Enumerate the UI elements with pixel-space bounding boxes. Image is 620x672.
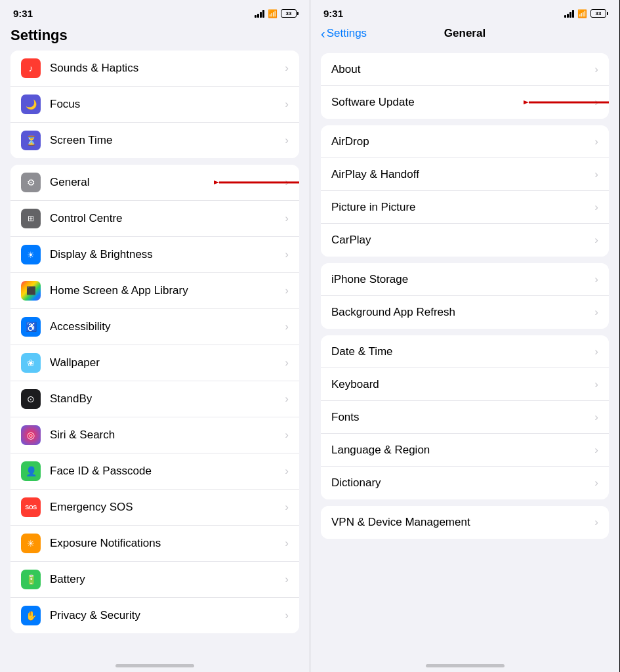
homescreen-row[interactable]: ⬛ Home Screen & App Library ›: [10, 273, 299, 309]
fonts-chevron: ›: [594, 411, 598, 424]
airdrop-row[interactable]: AirDrop ›: [321, 125, 609, 158]
focus-chevron: ›: [285, 98, 289, 111]
sos-icon: SOS: [21, 497, 41, 517]
battery-chevron: ›: [285, 573, 289, 586]
left-time: 9:31: [13, 8, 33, 19]
left-section-top: ♪ Sounds & Haptics › 🌙 Focus › ⏳ Screen …: [10, 51, 299, 158]
airplay-row[interactable]: AirPlay & Handoff ›: [321, 158, 609, 191]
datetime-label: Date & Time: [331, 345, 594, 358]
back-button[interactable]: ‹ Settings: [321, 27, 367, 40]
standby-row[interactable]: ⊙ StandBy ›: [10, 381, 299, 417]
software-update-row[interactable]: Software Update ›: [321, 86, 609, 119]
right-time: 9:31: [323, 8, 343, 19]
pip-chevron: ›: [594, 201, 598, 214]
control-label: Control Centre: [50, 212, 285, 225]
privacy-chevron: ›: [285, 609, 289, 622]
sounds-label: Sounds & Haptics: [50, 62, 285, 75]
iphone-storage-label: iPhone Storage: [331, 273, 594, 286]
airplay-chevron: ›: [594, 168, 598, 181]
general-nav-header: ‹ Settings General: [310, 23, 619, 47]
right-home-indicator: [310, 659, 619, 672]
iphone-storage-chevron: ›: [594, 273, 598, 286]
homescreen-chevron: ›: [285, 284, 289, 297]
general-row[interactable]: ⚙ General ›: [10, 165, 299, 201]
left-scroll-area[interactable]: ♪ Sounds & Haptics › 🌙 Focus › ⏳ Screen …: [0, 51, 310, 659]
left-home-indicator: [0, 659, 310, 672]
general-icon: ⚙: [21, 173, 41, 192]
right-scroll-area[interactable]: About › Software Update ›: [310, 47, 619, 659]
fonts-row[interactable]: Fonts ›: [321, 401, 609, 434]
screentime-row[interactable]: ⏳ Screen Time ›: [10, 123, 299, 158]
dictionary-row[interactable]: Dictionary ›: [321, 467, 609, 499]
display-chevron: ›: [285, 248, 289, 261]
accessibility-chevron: ›: [285, 320, 289, 333]
exposure-row[interactable]: ✳ Exposure Notifications ›: [10, 526, 299, 562]
right-battery-icon: 33: [590, 9, 606, 18]
dictionary-chevron: ›: [594, 476, 598, 490]
siri-row[interactable]: ◎ Siri & Search ›: [10, 417, 299, 453]
background-refresh-chevron: ›: [594, 306, 598, 319]
sounds-icon: ♪: [21, 58, 41, 78]
airdrop-chevron: ›: [594, 135, 598, 148]
background-refresh-label: Background App Refresh: [331, 306, 594, 319]
privacy-row[interactable]: ✋ Privacy & Security ›: [10, 598, 299, 633]
keyboard-row[interactable]: Keyboard ›: [321, 368, 609, 401]
sos-row[interactable]: SOS Emergency SOS ›: [10, 490, 299, 526]
general-label: General: [50, 176, 285, 189]
battery-row[interactable]: 🔋 Battery ›: [10, 562, 299, 598]
general-chevron: ›: [285, 176, 289, 189]
accessibility-icon: ♿: [21, 317, 41, 337]
right-section-2: AirDrop › AirPlay & Handoff › Picture in…: [321, 125, 609, 257]
language-row[interactable]: Language & Region ›: [321, 434, 609, 467]
back-chevron-icon: ‹: [321, 27, 325, 40]
screentime-icon: ⏳: [21, 131, 41, 150]
wallpaper-label: Wallpaper: [50, 356, 285, 369]
general-title: General: [444, 27, 486, 40]
control-icon: ⊞: [21, 209, 41, 228]
settings-header: Settings: [0, 23, 310, 51]
left-phone-panel: 9:31 📶 33 Settings ♪ Sounds & Haptics ›: [0, 0, 310, 672]
accessibility-row[interactable]: ♿ Accessibility ›: [10, 309, 299, 345]
standby-chevron: ›: [285, 392, 289, 406]
faceid-label: Face ID & Passcode: [50, 465, 285, 478]
faceid-icon: 👤: [21, 461, 41, 481]
vpn-chevron: ›: [594, 516, 598, 529]
faceid-row[interactable]: 👤 Face ID & Passcode ›: [10, 453, 299, 490]
sounds-chevron: ›: [285, 62, 289, 75]
sos-chevron: ›: [285, 501, 289, 514]
display-label: Display & Brightness: [50, 248, 285, 261]
about-row[interactable]: About ›: [321, 53, 609, 86]
software-update-chevron: ›: [594, 96, 598, 109]
left-section-2: ⚙ General › ⊞ Control C: [10, 165, 299, 633]
homescreen-icon: ⬛: [21, 281, 41, 301]
vpn-row[interactable]: VPN & Device Management ›: [321, 506, 609, 539]
fonts-label: Fonts: [331, 411, 594, 424]
home-bar: [115, 664, 194, 667]
control-row[interactable]: ⊞ Control Centre ›: [10, 201, 299, 237]
right-phone-panel: 9:31 📶 33 ‹ Settings General About ›: [310, 0, 619, 672]
background-refresh-row[interactable]: Background App Refresh ›: [321, 296, 609, 329]
left-status-bar: 9:31 📶 33: [0, 0, 310, 23]
pip-row[interactable]: Picture in Picture ›: [321, 191, 609, 224]
carplay-chevron: ›: [594, 234, 598, 247]
right-status-bar: 9:31 📶 33: [310, 0, 619, 23]
privacy-icon: ✋: [21, 606, 41, 625]
software-update-label: Software Update: [331, 96, 594, 109]
right-section-4: Date & Time › Keyboard › Fonts › Languag…: [321, 335, 609, 499]
siri-chevron: ›: [285, 429, 289, 442]
language-label: Language & Region: [331, 444, 594, 457]
iphone-storage-row[interactable]: iPhone Storage ›: [321, 263, 609, 296]
datetime-row[interactable]: Date & Time ›: [321, 335, 609, 368]
wallpaper-chevron: ›: [285, 356, 289, 369]
faceid-chevron: ›: [285, 465, 289, 478]
battery-icon: 33: [281, 9, 297, 18]
carplay-row[interactable]: CarPlay ›: [321, 224, 609, 257]
right-section-1: About › Software Update ›: [321, 53, 609, 119]
airdrop-label: AirDrop: [331, 135, 594, 148]
wallpaper-row[interactable]: ❀ Wallpaper ›: [10, 345, 299, 381]
sounds-row[interactable]: ♪ Sounds & Haptics ›: [10, 51, 299, 87]
screentime-label: Screen Time: [50, 134, 285, 147]
display-row[interactable]: ☀ Display & Brightness ›: [10, 237, 299, 273]
carplay-label: CarPlay: [331, 234, 594, 247]
focus-row[interactable]: 🌙 Focus ›: [10, 87, 299, 123]
